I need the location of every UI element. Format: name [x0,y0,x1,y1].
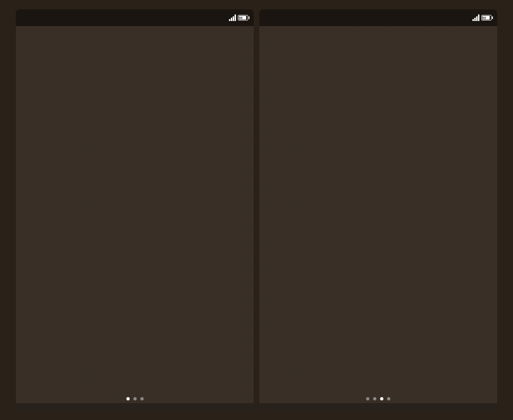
dot-2-1 [366,397,369,400]
screens-container: 99 99 [7,0,506,420]
status-icons-1: 99 [229,14,248,21]
dock-1 [16,403,254,411]
dots-row-1 [16,394,254,403]
battery-icon-2: 99 [481,15,492,21]
signal-icon-1 [229,14,236,21]
status-bar-2: 99 [259,9,497,26]
dot-1-1 [126,397,130,400]
battery-icon-1: 99 [238,15,248,21]
status-bar-1: 99 [16,9,254,26]
dock-2 [259,403,497,411]
phone-screen-2: 99 [259,9,497,411]
signal-icon-2 [472,14,479,21]
dot-2-2 [373,397,376,400]
apps-grid-1 [16,26,254,394]
apps-grid-2 [259,26,497,394]
dots-row-2 [259,394,497,403]
phone-screen-1: 99 [16,9,254,411]
dot-1-3 [140,397,144,400]
status-icons-2: 99 [472,14,492,21]
dot-1-2 [133,397,137,400]
dot-2-4 [387,397,390,400]
dot-2-3 [380,397,383,400]
